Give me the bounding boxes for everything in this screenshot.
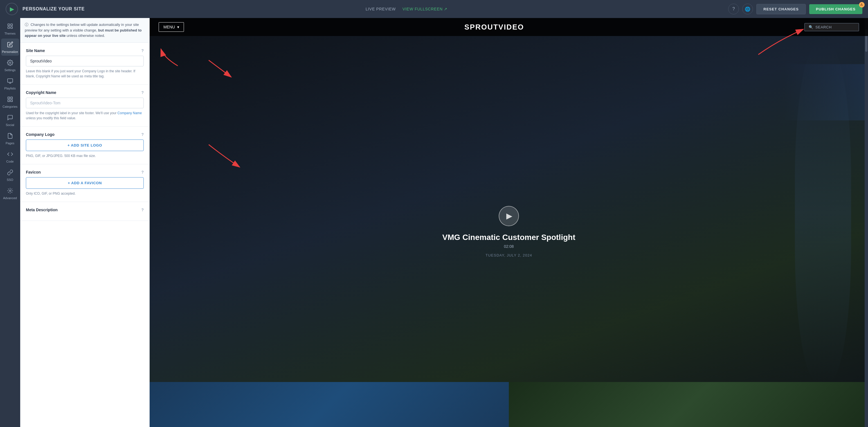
preview-search-input[interactable] — [815, 25, 855, 29]
svg-rect-9 — [10, 100, 12, 101]
preview-video-title: VMG Cinematic Customer Spotlight — [442, 233, 576, 242]
sidebar-item-sso[interactable]: SSO — [1, 166, 19, 184]
sidebar-item-settings[interactable]: Settings — [1, 57, 19, 74]
preview-search[interactable]: 🔍 — [804, 23, 859, 31]
help-button[interactable]: ? — [728, 4, 739, 14]
site-name-section: Site Name ? Leave this blank if you just… — [20, 43, 149, 85]
preview-thumbnail-row — [150, 382, 868, 427]
publish-badge: ⚠ — [859, 2, 865, 8]
favicon-section: Favicon ? + ADD A FAVICON Only ICO, GIF,… — [20, 164, 149, 202]
notice-suffix: unless otherwise noted. — [67, 33, 105, 38]
sidebar-label-settings: Settings — [4, 68, 16, 72]
favicon-help-icon[interactable]: ? — [141, 170, 144, 174]
preview-inner: MENU ▾ SPROUTVIDEO 🔍 — [150, 18, 868, 427]
view-fullscreen-link[interactable]: VIEW FULLSCREEN ↗ — [403, 7, 447, 11]
company-logo-section: Company Logo ? + ADD SITE LOGO PNG, GIF,… — [20, 127, 149, 164]
meta-description-section: Meta Description ? — [20, 202, 149, 221]
publish-changes-button[interactable]: PUBLISH CHANGES ⚠ — [809, 4, 862, 14]
add-site-logo-button[interactable]: + ADD SITE LOGO — [26, 140, 144, 151]
settings-icon — [7, 60, 13, 67]
meta-description-label: Meta Description ? — [26, 208, 144, 212]
panel-notice: ⓘ Changes to the settings below will upd… — [20, 18, 149, 43]
favicon-hint: Only ICO, GIF, or PNG accepted. — [26, 191, 144, 196]
preview-play-button[interactable]: ▶ — [499, 206, 519, 226]
sidebar-label-personalize: Personalize — [2, 50, 18, 54]
topbar-right: ? 🌐 RESET CHANGES PUBLISH CHANGES ⚠ — [728, 4, 862, 14]
sidebar-item-pages[interactable]: Pages — [1, 130, 19, 147]
categories-icon — [7, 96, 13, 104]
svg-rect-5 — [7, 79, 12, 83]
globe-icon: 🌐 — [745, 6, 750, 12]
preview-video-date: TUESDAY, JULY 2, 2024 — [486, 253, 532, 257]
app-logo: ▶ — [6, 3, 18, 15]
copyright-name-input[interactable] — [26, 98, 144, 108]
sidebar-item-social[interactable]: Social — [1, 112, 19, 129]
svg-rect-0 — [8, 24, 9, 26]
notice-info-icon: ⓘ — [25, 23, 28, 27]
logo-play-icon: ▶ — [10, 6, 14, 12]
site-name-hint: Leave this blank if you just want your C… — [26, 69, 144, 79]
preview-hero: ▶ VMG Cinematic Customer Spotlight 02:08… — [150, 36, 868, 427]
sidebar-label-playlists: Playlists — [4, 87, 16, 90]
thumbnail-1 — [150, 382, 509, 427]
svg-rect-8 — [8, 100, 9, 101]
sidebar-item-categories[interactable]: Categories — [1, 93, 19, 111]
copyright-name-label: Copyright Name ? — [26, 90, 144, 95]
sidebar-item-personalize[interactable]: Personalize — [1, 38, 19, 56]
preview-site-header: MENU ▾ SPROUTVIDEO 🔍 — [150, 18, 868, 36]
code-icon — [7, 151, 13, 159]
sidebar-item-playlists[interactable]: Playlists — [1, 75, 19, 92]
sidebar-item-code[interactable]: Code — [1, 148, 19, 165]
copyright-name-section: Copyright Name ? Used for the copyright … — [20, 85, 149, 127]
site-preview: MENU ▾ SPROUTVIDEO 🔍 — [150, 18, 868, 427]
playlists-icon — [7, 78, 13, 86]
external-link-icon: ↗ — [444, 7, 447, 11]
play-icon: ▶ — [506, 211, 513, 220]
meta-description-help-icon[interactable]: ? — [141, 208, 144, 212]
sidebar-label-themes: Themes — [4, 32, 16, 35]
topbar-center: LIVE PREVIEW VIEW FULLSCREEN ↗ — [366, 7, 447, 11]
site-name-help-icon[interactable]: ? — [141, 49, 144, 53]
notice-text: Changes to the settings below will updat… — [25, 23, 142, 38]
preview-menu-button[interactable]: MENU ▾ — [159, 22, 184, 32]
svg-rect-1 — [10, 24, 12, 26]
icon-sidebar: Themes Personalize Settings — [0, 18, 20, 427]
main-layout: Themes Personalize Settings — [0, 18, 868, 427]
topbar-left: ▶ PERSONALIZE YOUR SITE — [6, 3, 85, 15]
personalize-panel: ⓘ Changes to the settings below will upd… — [20, 18, 150, 427]
help-icon: ? — [733, 6, 735, 11]
preview-menu-label: MENU — [163, 25, 175, 29]
add-favicon-button[interactable]: + ADD A FAVICON — [26, 177, 144, 189]
sidebar-item-advanced[interactable]: Advanced — [1, 185, 19, 202]
publish-label: PUBLISH CHANGES — [816, 7, 856, 11]
company-logo-label: Company Logo ? — [26, 132, 144, 137]
svg-rect-2 — [8, 27, 9, 28]
advanced-icon — [7, 188, 13, 195]
sidebar-label-social: Social — [6, 123, 14, 127]
preview-scrollbar-track — [865, 18, 868, 427]
themes-icon — [7, 23, 13, 31]
sidebar-item-themes[interactable]: Themes — [1, 20, 19, 37]
site-name-input[interactable] — [26, 56, 144, 66]
company-name-link[interactable]: Company Name — [118, 111, 142, 115]
site-name-label: Site Name ? — [26, 49, 144, 53]
sidebar-label-sso: SSO — [7, 178, 13, 181]
topbar: ▶ PERSONALIZE YOUR SITE LIVE PREVIEW VIE… — [0, 0, 868, 18]
sidebar-label-pages: Pages — [6, 142, 14, 145]
sidebar-label-code: Code — [6, 160, 13, 163]
personalize-icon — [7, 41, 13, 49]
globe-button[interactable]: 🌐 — [742, 4, 753, 14]
search-icon: 🔍 — [809, 25, 813, 29]
hero-video-bg — [150, 36, 868, 427]
thumbnail-2 — [509, 382, 868, 427]
svg-point-10 — [9, 190, 11, 191]
sidebar-label-advanced: Advanced — [3, 196, 17, 200]
svg-rect-6 — [8, 97, 9, 99]
copyright-help-icon[interactable]: ? — [141, 90, 144, 95]
reset-changes-button[interactable]: RESET CHANGES — [756, 4, 806, 14]
social-icon — [7, 115, 13, 122]
svg-rect-7 — [10, 97, 12, 99]
sso-icon — [7, 169, 13, 177]
sidebar-label-categories: Categories — [3, 105, 18, 108]
company-logo-help-icon[interactable]: ? — [141, 132, 144, 137]
